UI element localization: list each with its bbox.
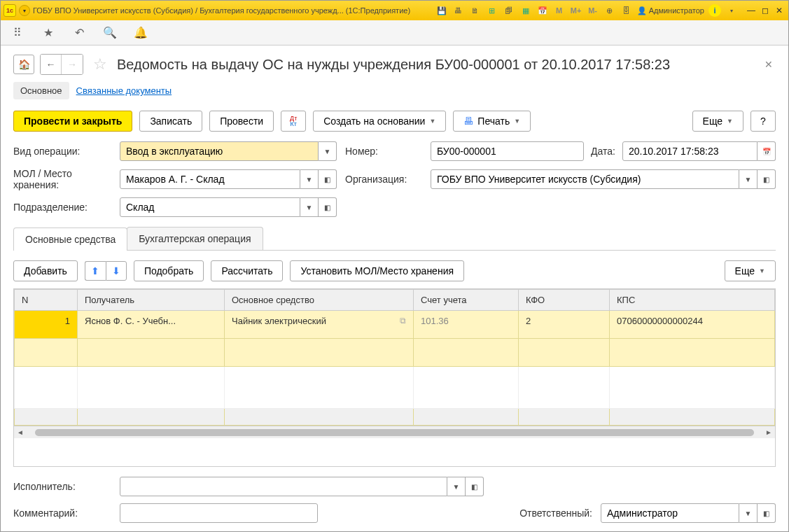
table-row[interactable]: 1 Яснов Ф. С. - Учебн... Чайник электрич…	[15, 311, 775, 339]
op-type-field[interactable]	[120, 141, 319, 161]
chevron-down-icon: ▼	[727, 118, 733, 125]
cell-kfo[interactable]: 2	[519, 311, 610, 339]
save-disk-icon[interactable]: 💾	[435, 4, 448, 17]
app-menu-dropdown[interactable]: ▾	[19, 5, 30, 16]
move-down-button[interactable]: ⬇	[106, 261, 127, 281]
post-and-close-button[interactable]: Провести и закрыть	[13, 111, 132, 132]
number-field[interactable]	[431, 141, 584, 161]
window-title: ГОБУ ВПО Университет искусств (Субсидия)…	[33, 6, 433, 15]
favorite-star-icon[interactable]: ☆	[93, 55, 107, 74]
history-icon[interactable]: ↶	[72, 26, 86, 40]
doc-icon[interactable]: 🗎	[469, 4, 482, 17]
col-recipient[interactable]: Получатель	[78, 290, 225, 311]
dept-open-button[interactable]: ◧	[319, 197, 337, 217]
set-mol-button[interactable]: Установить МОЛ/Место хранения	[290, 260, 464, 281]
date-picker-button[interactable]: 📅	[757, 141, 776, 161]
executor-open-button[interactable]: ◧	[466, 477, 484, 496]
info-icon[interactable]: i	[708, 4, 721, 17]
responsible-label: Ответственный:	[519, 507, 592, 519]
executor-dropdown[interactable]: ▼	[447, 477, 466, 496]
more-button[interactable]: Еще▼	[692, 111, 743, 132]
post-button[interactable]: Провести	[209, 111, 274, 132]
executor-field[interactable]	[120, 477, 447, 496]
apps-icon[interactable]: ⠿	[11, 26, 25, 40]
printer-icon: 🖶	[463, 115, 473, 127]
m-button[interactable]: M	[553, 4, 566, 17]
user-badge[interactable]: 👤 Администратор	[637, 6, 704, 15]
close-page-button[interactable]: ✕	[762, 57, 776, 71]
pick-button[interactable]: Подобрать	[134, 260, 204, 281]
nav-forward-button[interactable]: →	[62, 55, 83, 74]
number-label: Номер:	[345, 146, 422, 157]
m-plus-button[interactable]: M+	[570, 4, 582, 17]
scroll-left-icon[interactable]: ◄	[15, 428, 25, 438]
main-toolbar: ⠿ ★ ↶ 🔍 🔔	[1, 20, 788, 46]
cell-recipient[interactable]: Яснов Ф. С. - Учебн...	[78, 311, 225, 339]
move-up-button[interactable]: ⬆	[85, 261, 106, 281]
cell-asset[interactable]: Чайник электрический⧉	[225, 311, 414, 339]
close-window-button[interactable]: ✕	[773, 5, 785, 16]
app-logo-icon: 1с	[4, 4, 16, 17]
nav-back-button[interactable]: ←	[41, 55, 62, 74]
dept-dropdown[interactable]: ▼	[300, 197, 319, 217]
save-button[interactable]: Записать	[139, 111, 202, 132]
cell-n[interactable]: 1	[15, 311, 78, 339]
tab-main[interactable]: Основное	[13, 82, 69, 99]
m-minus-button[interactable]: M-	[587, 4, 599, 17]
org-open-button[interactable]: ◧	[757, 169, 776, 189]
page-title: Ведомость на выдачу ОС на нужды учрежден…	[117, 57, 756, 73]
responsible-dropdown[interactable]: ▼	[739, 503, 757, 523]
mol-open-button[interactable]: ◧	[319, 169, 337, 189]
col-asset[interactable]: Основное средство	[225, 290, 414, 311]
calc-icon[interactable]: ⊞	[486, 4, 498, 17]
col-n[interactable]: N	[15, 290, 78, 311]
op-type-dropdown[interactable]: ▼	[319, 141, 337, 161]
mol-dropdown[interactable]: ▼	[300, 169, 319, 189]
user-name: Администратор	[649, 6, 704, 15]
scroll-right-icon[interactable]: ►	[764, 428, 774, 438]
chevron-down-icon: ▼	[429, 118, 435, 125]
minimize-button[interactable]: —	[745, 5, 757, 16]
table-more-button[interactable]: Еще▼	[725, 260, 776, 281]
attach-icon[interactable]: 🗄	[620, 4, 633, 17]
table-row-empty[interactable]	[15, 339, 775, 367]
help-button[interactable]: ?	[750, 111, 776, 132]
chevron-down-icon: ▼	[759, 267, 765, 274]
favorite-icon[interactable]: ★	[41, 26, 55, 40]
col-kps[interactable]: КПС	[610, 290, 775, 311]
preview-icon[interactable]: 🗐	[503, 4, 515, 17]
print-button[interactable]: 🖶Печать▼	[453, 111, 531, 132]
date-field[interactable]	[622, 141, 757, 161]
copy-icon[interactable]: ⧉	[400, 316, 406, 326]
org-field[interactable]	[431, 169, 739, 189]
home-button[interactable]: 🏠	[13, 55, 34, 74]
col-account[interactable]: Счет учета	[414, 290, 519, 311]
org-dropdown[interactable]: ▼	[739, 169, 757, 189]
dt-kt-button[interactable]: ДтКт	[281, 111, 306, 132]
create-based-button[interactable]: Создать на основании▼	[313, 111, 446, 132]
mol-field[interactable]	[120, 169, 300, 189]
add-row-button[interactable]: Добавить	[13, 260, 78, 281]
responsible-open-button[interactable]: ◧	[757, 503, 776, 523]
responsible-field[interactable]	[601, 503, 739, 523]
table-icon[interactable]: ▦	[519, 4, 532, 17]
cell-account[interactable]: 101.36	[414, 311, 519, 339]
print-icon[interactable]: 🖶	[452, 4, 465, 17]
bell-icon[interactable]: 🔔	[134, 26, 148, 40]
horizontal-scrollbar[interactable]: ◄ ►	[14, 426, 775, 438]
calc-button[interactable]: Рассчитать	[211, 260, 283, 281]
col-kfo[interactable]: КФО	[519, 290, 610, 311]
zoom-icon[interactable]: ⊕	[603, 4, 616, 17]
calendar-icon[interactable]: 📅	[536, 4, 549, 17]
scrollbar-thumb[interactable]	[35, 429, 754, 436]
org-label: Организация:	[345, 174, 422, 185]
maximize-button[interactable]: ◻	[759, 5, 771, 16]
tab-linked-docs[interactable]: Связанные документы	[69, 82, 179, 99]
tab-accounting[interactable]: Бухгалтерская операция	[127, 227, 263, 250]
cell-kps[interactable]: 07060000000000244	[610, 311, 775, 339]
dept-field[interactable]	[120, 197, 300, 217]
comment-field[interactable]	[120, 503, 318, 523]
info-dropdown[interactable]: ▾	[725, 4, 738, 17]
search-icon[interactable]: 🔍	[103, 26, 117, 40]
tab-fixed-assets[interactable]: Основные средства	[13, 227, 127, 251]
